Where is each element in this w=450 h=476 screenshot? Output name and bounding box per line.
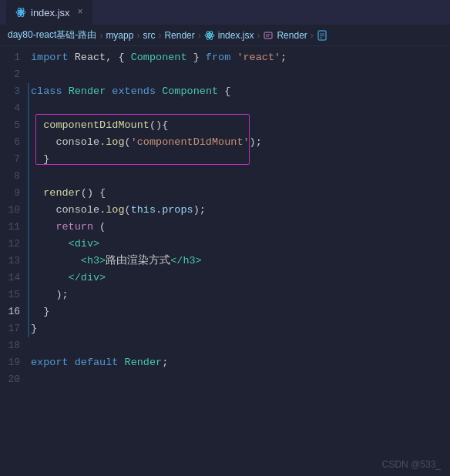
- token: Component: [131, 49, 187, 66]
- token: render: [43, 185, 81, 202]
- token: Component: [162, 83, 218, 100]
- token: [31, 270, 69, 287]
- token: [31, 134, 55, 151]
- token: [230, 49, 237, 66]
- token: Render: [125, 354, 163, 371]
- breadcrumb-item-0[interactable]: day80-react基础-路由: [8, 28, 96, 42]
- token: (: [125, 202, 131, 219]
- breadcrumb: day80-react基础-路由 › myapp › src › Render …: [0, 25, 450, 46]
- token: this: [131, 202, 156, 219]
- svg-point-0: [19, 11, 22, 14]
- breadcrumb-item-5[interactable]: Render: [277, 30, 307, 41]
- token: <h3>: [81, 253, 106, 270]
- token: ;: [162, 354, 168, 371]
- token: {: [218, 83, 230, 100]
- token: () {: [81, 185, 106, 202]
- token: return: [55, 219, 93, 236]
- breadcrumb-item-4[interactable]: index.jsx: [218, 30, 254, 41]
- tab-label: index.jsx: [31, 7, 70, 18]
- token: [31, 117, 43, 134]
- token: );: [250, 134, 262, 151]
- token: }: [187, 49, 206, 66]
- token: React, {: [69, 49, 131, 66]
- token: extends: [112, 83, 156, 100]
- code-line: }: [31, 151, 450, 168]
- token: from: [206, 49, 230, 66]
- breadcrumb-sep-2: ›: [158, 30, 161, 41]
- code-line: <div>: [31, 236, 450, 253]
- watermark: CSDN @533_: [382, 459, 441, 470]
- token: <div>: [69, 236, 100, 253]
- token: Render: [69, 83, 106, 100]
- code-line: render() {: [31, 185, 450, 202]
- token: [156, 83, 162, 100]
- code-line: </div>: [31, 270, 450, 287]
- breadcrumb-sep-1: ›: [136, 30, 139, 41]
- render-icon: [263, 30, 274, 41]
- token: </h3>: [170, 253, 202, 270]
- jsx-file-icon: [15, 7, 26, 18]
- code-line: console.log(this.props);: [31, 202, 450, 219]
- token: (){: [149, 117, 168, 134]
- code-line: [31, 66, 450, 83]
- token: [62, 83, 69, 100]
- token: .: [99, 202, 106, 219]
- token: );: [31, 287, 69, 303]
- breadcrumb-item-2[interactable]: src: [143, 30, 155, 41]
- code-line: import React, { Component } from 'react'…: [31, 49, 450, 66]
- react-icon: [204, 30, 215, 41]
- token: 'componentDidMount': [131, 134, 250, 151]
- token: [31, 253, 81, 270]
- token: log: [106, 134, 124, 151]
- token: </div>: [69, 270, 106, 287]
- token: (: [125, 134, 131, 151]
- svg-point-4: [208, 34, 210, 36]
- tab-index-jsx[interactable]: index.jsx ×: [6, 0, 92, 25]
- token: }: [31, 303, 49, 320]
- token: [106, 83, 112, 100]
- token: }: [31, 151, 49, 168]
- code-line: );: [31, 287, 450, 303]
- token: componentDidMount: [43, 117, 149, 134]
- title-bar: index.jsx ×: [0, 0, 450, 25]
- svg-rect-8: [264, 32, 272, 39]
- token: import: [31, 49, 69, 66]
- code-line: class Render extends Component {: [31, 83, 450, 100]
- file-icon: [317, 30, 327, 41]
- code-line: }: [31, 303, 450, 320]
- token: [31, 202, 55, 219]
- token: }: [31, 320, 37, 337]
- token: console: [55, 134, 99, 151]
- code-line: export default Render;: [31, 354, 450, 371]
- token: [31, 236, 69, 253]
- token: [31, 219, 55, 236]
- code-editor: 1234567891011121314151617181920 import R…: [0, 46, 450, 476]
- token: 路由渲染方式: [106, 253, 170, 270]
- token: (: [93, 219, 106, 236]
- code-line: <h3>路由渲染方式</h3>: [31, 253, 450, 270]
- token: [118, 354, 124, 371]
- breadcrumb-item-1[interactable]: myapp: [106, 30, 133, 41]
- token: default: [75, 354, 119, 371]
- token: [69, 354, 75, 371]
- code-line: }: [31, 320, 450, 337]
- token: [31, 185, 43, 202]
- breadcrumb-sep-4: ›: [257, 30, 260, 41]
- token: export: [31, 354, 69, 371]
- code-line: [31, 100, 450, 117]
- breadcrumb-sep-5: ›: [311, 30, 314, 41]
- svg-rect-11: [318, 31, 326, 40]
- code-line: console.log('componentDidMount');: [31, 134, 450, 151]
- code-content[interactable]: import React, { Component } from 'react'…: [28, 46, 450, 476]
- token: class: [31, 83, 62, 100]
- token: 'react': [237, 49, 280, 66]
- token: console: [55, 202, 99, 219]
- token: log: [106, 202, 124, 219]
- tab-close-button[interactable]: ×: [78, 7, 83, 18]
- token: ;: [280, 49, 287, 66]
- breadcrumb-sep-0: ›: [99, 30, 102, 41]
- code-line: [31, 337, 450, 354]
- breadcrumb-item-3[interactable]: Render: [164, 30, 194, 41]
- code-line: [31, 371, 450, 388]
- token: props: [162, 202, 193, 219]
